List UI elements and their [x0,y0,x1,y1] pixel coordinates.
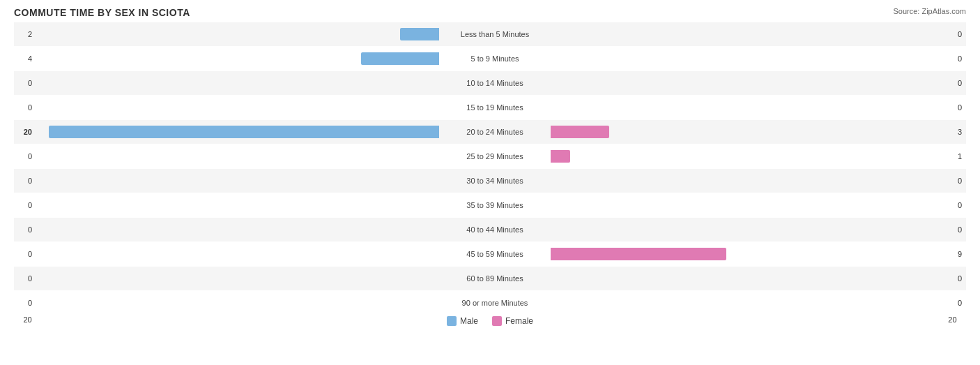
axis-right-value: 20 [945,315,966,324]
legend-male: Male [447,316,478,326]
male-color-box [447,316,457,326]
chart-row: 0 35 to 39 Minutes 0 [14,193,966,217]
chart-row: 0 15 to 19 Minutes 0 [14,96,966,119]
female-color-box [492,316,502,326]
female-bar-area [551,297,955,309]
male-value: 4 [14,54,35,63]
chart-row: 0 60 to 89 Minutes 0 [14,267,966,290]
row-label: 60 to 89 Minutes [439,274,551,283]
row-label: 15 to 19 Minutes [439,103,551,112]
male-value: 0 [14,299,35,307]
row-label: 25 to 29 Minutes [439,152,551,161]
female-bar-area [551,101,955,114]
male-bar-area [35,150,439,163]
female-value: 0 [955,225,976,234]
chart-area: 2 Less than 5 Minutes 0 4 5 to 9 Minutes… [14,22,966,311]
legend-female-label: Female [505,316,533,326]
female-bar-area [551,272,955,285]
male-bar [361,52,439,65]
male-bar-area [35,126,439,138]
row-label: 90 or more Minutes [439,299,551,307]
female-value: 0 [955,79,976,87]
row-label: 20 to 24 Minutes [439,128,551,136]
axis-bottom: 20 Male Female 20 [14,313,966,326]
male-bar-area [35,52,439,65]
chart-title: COMMUTE TIME BY SEX IN SCIOTA [14,7,966,18]
female-bar-area [551,28,955,40]
male-bar-area [35,174,439,187]
female-value: 0 [955,299,976,307]
female-bar-area [551,126,955,138]
chart-row: 0 30 to 34 Minutes 0 [14,169,966,193]
row-label: Less than 5 Minutes [439,30,551,38]
male-bar-area [35,272,439,285]
male-value: 0 [14,201,35,209]
row-label: 35 to 39 Minutes [439,201,551,209]
chart-row: 0 25 to 29 Minutes 1 [14,144,966,168]
male-bar-area [35,223,439,236]
male-bar-area [35,101,439,114]
male-value: 0 [14,274,35,283]
male-value: 0 [14,250,35,258]
legend-male-label: Male [460,316,478,326]
chart-container: COMMUTE TIME BY SEX IN SCIOTA Source: Zi… [0,0,980,365]
female-bar-area [551,223,955,236]
male-bar [49,126,439,138]
female-value: 0 [955,201,976,209]
female-bar-area [551,199,955,211]
chart-row: 20 20 to 24 Minutes 3 [14,120,966,144]
chart-row: 0 40 to 44 Minutes 0 [14,218,966,241]
row-label: 30 to 34 Minutes [439,177,551,185]
female-value: 3 [955,128,976,136]
chart-row: 2 Less than 5 Minutes 0 [14,22,966,46]
row-label: 10 to 14 Minutes [439,79,551,87]
male-bar [400,28,439,40]
male-value: 0 [14,103,35,112]
male-value: 0 [14,152,35,161]
female-value: 1 [955,152,976,161]
female-bar [551,126,609,138]
female-bar [551,248,726,260]
female-bar [551,150,570,163]
legend-female: Female [492,316,533,326]
female-value: 0 [955,30,976,38]
female-bar-area [551,150,955,163]
male-value: 0 [14,225,35,234]
female-bar-area [551,52,955,65]
source-label: Source: ZipAtlas.com [893,7,966,15]
male-value: 2 [14,30,35,38]
male-bar-area [35,28,439,40]
row-label: 40 to 44 Minutes [439,225,551,234]
row-label: 5 to 9 Minutes [439,54,551,63]
chart-row: 4 5 to 9 Minutes 0 [14,47,966,70]
male-bar-area [35,77,439,89]
female-bar-area [551,248,955,260]
female-value: 0 [955,274,976,283]
legend: Male Female [435,316,545,326]
male-value: 20 [14,128,35,136]
chart-row: 0 90 or more Minutes 0 [14,291,966,315]
female-value: 0 [955,103,976,112]
female-bar-area [551,77,955,89]
chart-row: 0 10 to 14 Minutes 0 [14,71,966,95]
axis-left-value: 20 [14,315,35,324]
male-bar-area [35,297,439,309]
female-value: 0 [955,177,976,185]
female-value: 0 [955,54,976,63]
row-label: 45 to 59 Minutes [439,250,551,258]
male-value: 0 [14,177,35,185]
male-bar-area [35,248,439,260]
chart-row: 0 45 to 59 Minutes 9 [14,242,966,266]
female-bar-area [551,174,955,187]
male-bar-area [35,199,439,211]
male-value: 0 [14,79,35,87]
female-value: 9 [955,250,976,258]
